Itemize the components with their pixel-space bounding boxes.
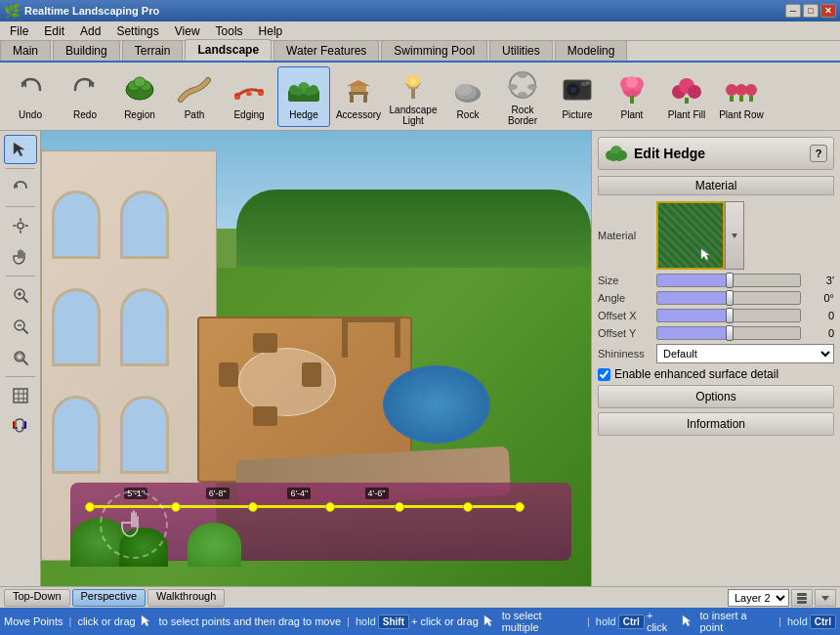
tool-redo[interactable]: Redo (59, 66, 111, 127)
svg-point-48 (688, 85, 701, 99)
tool-undo-left[interactable] (4, 173, 37, 202)
svg-rect-55 (749, 96, 753, 102)
tool-select[interactable] (4, 135, 37, 164)
toolbar: Undo Redo Region Path (0, 63, 840, 131)
rock-icon (450, 72, 485, 107)
tool-edging[interactable]: Edging (223, 66, 275, 127)
layer-select[interactable]: Layer 1 Layer 2 Layer 3 (728, 589, 789, 607)
distant-trees (236, 190, 591, 268)
tab-water-features[interactable]: Water Features (273, 40, 379, 61)
size-slider-thumb[interactable] (726, 273, 734, 288)
options-button[interactable]: Options (598, 385, 834, 408)
menu-edit[interactable]: Edit (36, 23, 72, 39)
app-title: Realtime Landscaping Pro (24, 5, 159, 17)
tool-grid[interactable] (4, 381, 37, 410)
offset-x-slider-thumb[interactable] (726, 308, 734, 323)
enhance-row[interactable]: Enable enhanced surface detail (598, 367, 834, 381)
offset-y-slider[interactable] (656, 326, 801, 340)
material-thumbnail[interactable] (656, 201, 725, 270)
separator-1 (6, 168, 35, 169)
canvas-area[interactable]: 5'-1" 6'-8" 6'-4" 4'-6" (41, 131, 591, 586)
tool-picture[interactable]: Picture (551, 66, 604, 127)
tool-path[interactable]: Path (168, 66, 221, 127)
measure-4: 4'-6" (365, 487, 389, 499)
sep3: | (587, 615, 590, 627)
layer-icon-btn-2[interactable] (815, 589, 836, 607)
tab-swimming-pool[interactable]: Swimming Pool (381, 40, 487, 61)
menu-add[interactable]: Add (72, 23, 108, 39)
tool-path-label: Path (185, 109, 205, 120)
size-slider[interactable] (656, 274, 801, 287)
maximize-button[interactable]: □ (803, 4, 819, 18)
svg-point-32 (527, 84, 537, 90)
enhance-checkbox[interactable] (598, 368, 610, 381)
pergola-post-2 (342, 318, 348, 358)
angle-slider[interactable] (656, 291, 801, 305)
sep2: | (347, 615, 350, 627)
view-walkthrough[interactable]: Walkthrough (147, 589, 225, 607)
tool-plant[interactable]: Plant (606, 66, 658, 127)
material-dropdown[interactable] (725, 201, 744, 270)
tab-terrain[interactable]: Terrain (122, 40, 184, 61)
tool-edging-label: Edging (233, 109, 264, 120)
view-perspective[interactable]: Perspective (72, 589, 146, 607)
offset-x-slider[interactable] (656, 309, 801, 322)
material-selector[interactable] (656, 201, 744, 270)
window-3 (52, 288, 101, 366)
window-2 (120, 190, 169, 259)
tool-plant-fill[interactable]: Plant Fill (660, 66, 713, 127)
menu-settings[interactable]: Settings (108, 23, 166, 39)
close-button[interactable]: ✕ (820, 4, 836, 18)
tool-pan[interactable] (4, 211, 37, 240)
minimize-button[interactable]: ─ (785, 4, 801, 18)
tool-hedge[interactable]: Hedge (277, 66, 330, 127)
menu-tools[interactable]: Tools (208, 23, 251, 39)
svg-point-34 (518, 92, 527, 98)
svg-rect-72 (14, 389, 27, 402)
shininess-select[interactable]: Default Low Medium High (656, 344, 834, 363)
tool-zoom-frame[interactable] (4, 343, 37, 372)
information-button[interactable]: Information (598, 412, 834, 436)
offset-y-slider-thumb[interactable] (726, 325, 734, 341)
tool-rock-border[interactable]: Rock Border (496, 66, 549, 127)
chevron-down-icon (730, 231, 739, 240)
menu-file[interactable]: File (2, 23, 36, 39)
svg-line-25 (419, 73, 421, 75)
status-step-1: click or drag (77, 615, 135, 627)
layer-icon-btn-1[interactable] (791, 589, 813, 607)
tab-landscape[interactable]: Landscape (185, 39, 272, 61)
path-icon (177, 72, 212, 107)
view-bar: Top-Down Perspective Walkthrough Layer 1… (0, 586, 840, 608)
separator-status-1: | (69, 615, 72, 627)
svg-rect-21 (411, 89, 415, 99)
menu-help[interactable]: Help (251, 23, 291, 39)
chair-2 (253, 406, 277, 426)
tab-main[interactable]: Main (0, 40, 51, 61)
tool-rock[interactable]: Rock (441, 66, 494, 127)
tab-building[interactable]: Building (53, 40, 120, 61)
tab-modeling[interactable]: Modeling (555, 40, 628, 61)
help-button[interactable]: ? (810, 145, 827, 162)
tool-zoom-in[interactable] (4, 280, 37, 310)
tool-hand[interactable] (4, 242, 37, 272)
angle-slider-thumb[interactable] (726, 290, 734, 306)
tool-zoom-out[interactable] (4, 312, 37, 341)
tool-landscape-light[interactable]: Landscape Light (387, 66, 440, 127)
view-topdown[interactable]: Top-Down (4, 589, 70, 607)
svg-line-67 (23, 329, 27, 333)
tab-utilities[interactable]: Utilities (489, 40, 553, 61)
tool-region[interactable]: Region (113, 66, 166, 127)
svg-line-70 (23, 360, 27, 364)
layers-icon (795, 591, 809, 605)
cursor-icon-status (140, 614, 155, 629)
offset-x-value: 0 (805, 310, 834, 321)
tool-undo[interactable]: Undo (4, 66, 57, 127)
separator-3 (6, 275, 35, 276)
tool-plant-row[interactable]: Plant Row (715, 66, 768, 127)
menu-view[interactable]: View (167, 23, 208, 39)
tool-magnet[interactable] (4, 412, 37, 442)
angle-row: Angle 0° (598, 291, 834, 305)
tool-accessory[interactable]: Accessory (332, 66, 385, 127)
size-label: Size (598, 275, 656, 286)
window-5 (52, 396, 101, 474)
